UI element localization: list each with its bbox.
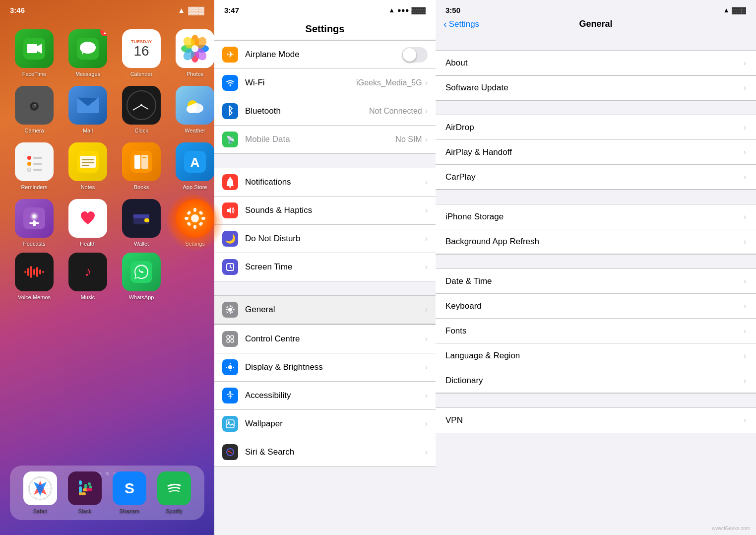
app-clock[interactable]: Clock bbox=[119, 86, 164, 134]
app-voicememos[interactable]: Voice Memos bbox=[12, 253, 57, 300]
settings-row-sounds[interactable]: Sounds & Haptics › bbox=[214, 197, 436, 225]
general-gap-2 bbox=[436, 190, 756, 204]
spotify-label: Spotify bbox=[166, 508, 183, 514]
general-row-backgroundapp[interactable]: Background App Refresh › bbox=[436, 229, 756, 254]
app-mail[interactable]: Mail bbox=[65, 86, 110, 134]
settings-row-wallpaper[interactable]: Wallpaper › bbox=[214, 410, 436, 438]
reminders-icon bbox=[15, 142, 54, 181]
general-row-about[interactable]: About › bbox=[436, 51, 756, 75]
dock-shazam[interactable]: S Shazam bbox=[113, 471, 146, 514]
app-appstore[interactable]: A App Store bbox=[173, 142, 217, 190]
app-podcasts[interactable]: Podcasts bbox=[12, 199, 57, 247]
settings-row-bluetooth[interactable]: ᛒ Bluetooth Not Connected › bbox=[214, 97, 436, 126]
general-row-datetime[interactable]: Date & Time › bbox=[436, 269, 756, 294]
health-icon bbox=[68, 199, 107, 238]
svg-point-96 bbox=[165, 479, 183, 497]
settings-row-dnd[interactable]: 🌙 Do Not Disturb › bbox=[214, 225, 436, 253]
dock: Safari Slack S bbox=[10, 466, 204, 520]
app-books[interactable]: Books bbox=[119, 142, 164, 190]
about-label: About bbox=[445, 58, 744, 68]
general-row-airdrop[interactable]: AirDrop › bbox=[436, 115, 756, 140]
settings-list: ✈ Airplane Mode Wi-Fi iGeeks_Media_5G › … bbox=[214, 40, 436, 535]
svg-rect-94 bbox=[86, 488, 92, 491]
app-reminders[interactable]: Reminders bbox=[12, 142, 57, 190]
settings-highlighted-icon bbox=[176, 199, 214, 238]
app-whatsapp[interactable]: WhatsApp bbox=[119, 253, 164, 300]
settings-status-right: ▲ ●●● ▓▓▓ bbox=[388, 6, 426, 14]
settings-row-screentime[interactable]: Screen Time › bbox=[214, 253, 436, 281]
settings-row-notifications[interactable]: Notifications › bbox=[214, 168, 436, 197]
svg-point-112 bbox=[227, 339, 230, 342]
general-section-1: About › Software Update › bbox=[436, 50, 756, 101]
app-messages[interactable]: 1 Messages bbox=[65, 29, 110, 77]
dock-spotify[interactable]: Spotify bbox=[157, 471, 191, 514]
general-row-storage[interactable]: iPhone Storage › bbox=[436, 204, 756, 229]
svg-point-32 bbox=[27, 162, 31, 166]
calendar-label: Calendar bbox=[130, 71, 153, 77]
general-time: 3:50 bbox=[445, 6, 460, 14]
app-settings[interactable]: Settings bbox=[173, 199, 217, 247]
general-battery-icon: ▓▓▓ bbox=[732, 6, 746, 14]
wallet-icon bbox=[122, 199, 161, 238]
airplane-toggle-switch[interactable] bbox=[402, 47, 428, 63]
general-row-label: General bbox=[245, 305, 425, 315]
screentime-icon bbox=[222, 259, 238, 275]
settings-row-mobiledata[interactable]: 📡 Mobile Data No SIM › bbox=[214, 126, 436, 153]
settings-row-siri[interactable]: Siri & Search › bbox=[214, 438, 436, 466]
app-weather[interactable]: Weather bbox=[173, 86, 217, 134]
whatsapp-icon bbox=[122, 253, 161, 291]
general-row-dictionary[interactable]: Dictionary › bbox=[436, 368, 756, 393]
softwareupdate-label: Software Update bbox=[445, 83, 744, 93]
general-row-softwareupdate[interactable]: Software Update › bbox=[436, 75, 756, 100]
accessibility-chevron: › bbox=[425, 391, 428, 400]
back-button[interactable]: ‹ Settings bbox=[443, 18, 479, 30]
podcasts-icon bbox=[15, 199, 54, 238]
dock-slack[interactable]: Slack bbox=[68, 471, 102, 514]
health-label: Health bbox=[80, 241, 96, 247]
dictionary-label: Dictionary bbox=[445, 376, 744, 386]
svg-rect-42 bbox=[134, 155, 140, 169]
appstore-label: App Store bbox=[183, 184, 207, 190]
notes-label: Notes bbox=[81, 184, 95, 190]
whatsapp-label: WhatsApp bbox=[129, 294, 154, 300]
app-facetime[interactable]: FaceTime bbox=[12, 29, 57, 77]
app-camera[interactable]: Camera bbox=[12, 86, 57, 134]
app-wallet[interactable]: Wallet bbox=[119, 199, 164, 247]
svg-rect-71 bbox=[33, 269, 35, 275]
general-row-language[interactable]: Language & Region › bbox=[436, 343, 756, 368]
general-row-airplay[interactable]: AirPlay & Handoff › bbox=[436, 140, 756, 165]
settings-row-accessibility[interactable]: Accessibility › bbox=[214, 382, 436, 410]
svg-point-30 bbox=[27, 156, 31, 160]
general-row-fonts[interactable]: Fonts › bbox=[436, 319, 756, 343]
keyboard-chevron: › bbox=[744, 302, 746, 311]
back-chevron-icon: ‹ bbox=[443, 18, 447, 30]
general-row-keyboard[interactable]: Keyboard › bbox=[436, 294, 756, 319]
app-photos[interactable]: Photos bbox=[173, 29, 217, 77]
general-gap-3 bbox=[436, 255, 756, 268]
settings-row-display[interactable]: Display & Brightness › bbox=[214, 353, 436, 382]
home-time: 3:46 bbox=[10, 6, 25, 14]
settings-row-general[interactable]: General › bbox=[214, 296, 436, 324]
settings-row-wifi[interactable]: Wi-Fi iGeeks_Media_5G › bbox=[214, 69, 436, 97]
svg-rect-109 bbox=[231, 311, 233, 313]
wallpaper-chevron: › bbox=[425, 419, 428, 428]
screentime-chevron: › bbox=[425, 263, 428, 271]
app-notes[interactable]: Notes bbox=[65, 142, 110, 190]
svg-rect-105 bbox=[233, 309, 235, 310]
general-row-carplay[interactable]: CarPlay › bbox=[436, 165, 756, 190]
app-health[interactable]: Health bbox=[65, 199, 110, 247]
app-calendar[interactable]: Tuesday 16 Calendar bbox=[119, 29, 164, 77]
datetime-chevron: › bbox=[744, 277, 746, 286]
settings-row-controlcentre[interactable]: Control Centre › bbox=[214, 325, 436, 353]
clock-icon bbox=[122, 86, 161, 125]
siri-icon bbox=[222, 444, 238, 460]
display-label: Display & Brightness bbox=[245, 362, 425, 372]
settings-gap-2 bbox=[214, 281, 436, 295]
app-music[interactable]: ♪ Music bbox=[65, 253, 110, 300]
settings-time: 3:47 bbox=[224, 6, 239, 14]
airplane-toggle[interactable] bbox=[402, 47, 428, 63]
general-row-vpn[interactable]: VPN › bbox=[436, 408, 756, 433]
general-gap-4 bbox=[436, 394, 756, 407]
settings-row-airplane[interactable]: ✈ Airplane Mode bbox=[214, 41, 436, 69]
dock-safari[interactable]: Safari bbox=[23, 471, 57, 514]
